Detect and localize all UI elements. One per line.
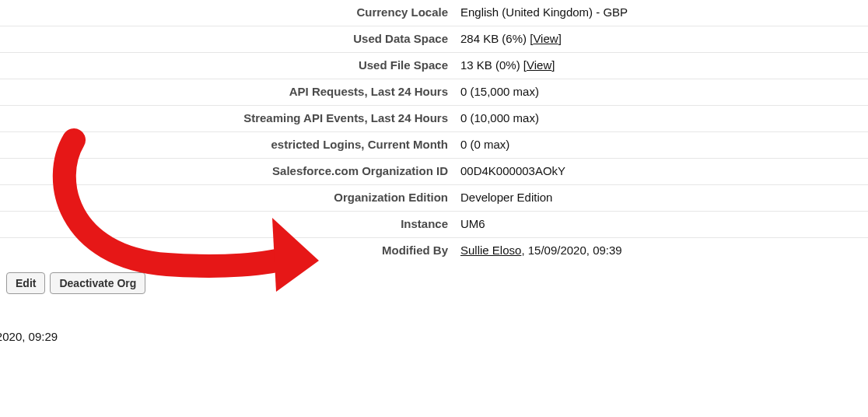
used-file-space-text: 13 KB (0%) [ (460, 58, 527, 72)
created-date-fragment: '2020, 09:29 (0, 330, 58, 343)
label-streaming-api: Streaming API Events, Last 24 Hours (0, 110, 460, 126)
label-used-file-space: Used File Space (0, 58, 460, 73)
value-currency-locale: English (United Kingdom) - GBP (460, 5, 868, 20)
label-org-id: Salesforce.com Organization ID (0, 163, 460, 179)
row-modified-by: Modified By Sullie Eloso, 15/09/2020, 09… (0, 238, 868, 265)
value-restricted-logins: 0 (0 max) (460, 137, 868, 152)
label-api-requests: API Requests, Last 24 Hours (0, 84, 460, 100)
used-data-space-suffix: ] (558, 32, 562, 45)
value-org-edition: Developer Edition (460, 190, 868, 205)
row-org-id: Salesforce.com Organization ID 00D4K0000… (0, 159, 868, 185)
value-org-id: 00D4K000003AOkY (460, 163, 868, 179)
row-instance: Instance UM6 (0, 212, 868, 238)
button-bar: Edit Deactivate Org (0, 265, 868, 294)
modified-by-user-link[interactable]: Sullie Eloso (460, 244, 521, 257)
org-detail-table: Currency Locale English (United Kingdom)… (0, 0, 868, 294)
value-streaming-api: 0 (10,000 max) (460, 110, 868, 126)
row-org-edition: Organization Edition Developer Edition (0, 185, 868, 212)
value-used-file-space: 13 KB (0%) [View] (460, 58, 868, 73)
used-data-space-text: 284 KB (6%) [ (460, 32, 533, 45)
modified-by-date: , 15/09/2020, 09:39 (521, 244, 621, 257)
edit-button[interactable]: Edit (6, 272, 45, 294)
deactivate-org-button[interactable]: Deactivate Org (50, 272, 145, 294)
label-instance: Instance (0, 216, 460, 232)
row-api-requests: API Requests, Last 24 Hours 0 (15,000 ma… (0, 79, 868, 106)
row-used-data-space: Used Data Space 284 KB (6%) [View] (0, 26, 868, 53)
view-data-space-link[interactable]: View (533, 32, 558, 45)
label-org-edition: Organization Edition (0, 190, 460, 205)
label-currency-locale: Currency Locale (0, 5, 460, 20)
value-used-data-space: 284 KB (6%) [View] (460, 31, 868, 47)
row-restricted-logins: estricted Logins, Current Month 0 (0 max… (0, 132, 868, 159)
label-restricted-logins: estricted Logins, Current Month (0, 137, 460, 152)
row-used-file-space: Used File Space 13 KB (0%) [View] (0, 53, 868, 79)
row-currency-locale: Currency Locale English (United Kingdom)… (0, 0, 868, 26)
value-api-requests: 0 (15,000 max) (460, 84, 868, 100)
label-modified-by: Modified By (0, 243, 460, 258)
row-streaming-api: Streaming API Events, Last 24 Hours 0 (1… (0, 106, 868, 132)
value-instance: UM6 (460, 216, 868, 232)
value-modified-by: Sullie Eloso, 15/09/2020, 09:39 (460, 243, 868, 258)
view-file-space-link[interactable]: View (527, 58, 551, 72)
used-file-space-suffix: ] (551, 58, 555, 72)
label-used-data-space: Used Data Space (0, 31, 460, 47)
